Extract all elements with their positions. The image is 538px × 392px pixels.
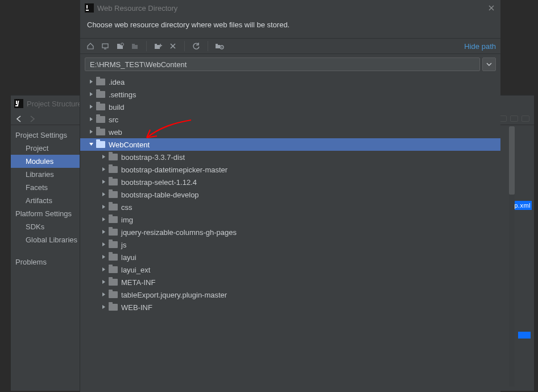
- folder-icon: [109, 266, 118, 273]
- chevron-right-icon[interactable]: [100, 242, 107, 248]
- tree-row[interactable]: .settings: [80, 88, 500, 101]
- dialog-title: Web Resource Directory: [97, 4, 487, 13]
- svg-point-18: [221, 47, 222, 48]
- intellij-icon: [14, 99, 23, 108]
- chevron-right-icon[interactable]: [100, 292, 107, 298]
- tree-row[interactable]: img: [80, 213, 500, 226]
- chevron-right-icon[interactable]: [100, 267, 107, 273]
- tree-row[interactable]: bootstrap-select-1.12.4: [80, 176, 500, 188]
- tree-row[interactable]: bootstrap-table-develop: [80, 188, 500, 201]
- tree-row[interactable]: jquery-resizable-columns-gh-pages: [80, 226, 500, 238]
- folder-icon: [109, 304, 118, 311]
- tree-row[interactable]: WEB-INF: [80, 301, 500, 313]
- new-folder-icon[interactable]: [152, 40, 164, 52]
- tree-row[interactable]: layui: [80, 251, 500, 263]
- scroll-thumb[interactable]: [509, 126, 515, 195]
- chevron-down-icon[interactable]: [87, 142, 95, 148]
- tree-row[interactable]: .idea: [80, 76, 500, 88]
- svg-rect-14: [155, 44, 157, 46]
- folder-icon: [109, 291, 118, 298]
- folder-icon: [109, 216, 118, 223]
- chevron-right-icon[interactable]: [100, 254, 107, 261]
- tree-row[interactable]: src: [80, 113, 500, 126]
- path-history-button[interactable]: [482, 57, 496, 71]
- folder-icon: [96, 129, 105, 135]
- folder-icon: [109, 241, 118, 248]
- svg-rect-5: [86, 10, 89, 11]
- folder-icon: [96, 116, 105, 123]
- svg-rect-6: [86, 5, 88, 9]
- folder-icon: [109, 279, 118, 286]
- chevron-right-icon[interactable]: [100, 179, 107, 185]
- chevron-right-icon[interactable]: [87, 129, 95, 135]
- folder-icon: [109, 179, 118, 185]
- chevron-right-icon[interactable]: [87, 79, 95, 85]
- directory-tree[interactable]: .idea.settingsbuildsrcwebWebContentboots…: [80, 75, 500, 313]
- tree-row[interactable]: layui_ext: [80, 263, 500, 276]
- tree-row[interactable]: META-INF: [80, 276, 500, 288]
- show-hidden-icon[interactable]: [214, 40, 225, 52]
- tree-label: .settings: [109, 90, 136, 99]
- tree-label: bootstrap-table-develop: [121, 191, 199, 199]
- chevron-right-icon[interactable]: [87, 117, 95, 123]
- tree-label: layui: [121, 253, 136, 262]
- tree-row[interactable]: js: [80, 238, 500, 251]
- chevron-right-icon[interactable]: [87, 104, 95, 110]
- path-row: [80, 54, 500, 75]
- home-icon[interactable]: [85, 40, 96, 52]
- tree-row[interactable]: bootstrap-3.3.7-dist: [80, 151, 500, 163]
- hide-path-link[interactable]: Hide path: [464, 42, 496, 51]
- tree-row[interactable]: bootstrap-datetimepicker-master: [80, 163, 500, 176]
- chevron-right-icon[interactable]: [100, 167, 107, 173]
- gutter-marker: [518, 332, 531, 339]
- chevron-right-icon[interactable]: [100, 229, 107, 236]
- folder-icon: [109, 254, 118, 261]
- tree-label: layui_ext: [121, 266, 150, 274]
- tree-label: src: [109, 115, 118, 124]
- desktop-icon[interactable]: [100, 40, 111, 52]
- dialog-titlebar: Web Resource Directory: [80, 0, 500, 16]
- tree-row[interactable]: web: [80, 126, 500, 138]
- tree-row[interactable]: css: [80, 201, 500, 213]
- tree-label: bootstrap-select-1.12.4: [121, 178, 197, 187]
- web-resource-directory-dialog: Web Resource Directory Choose web resour…: [80, 0, 500, 392]
- intellij-icon: [85, 3, 94, 13]
- chevron-right-icon[interactable]: [100, 204, 107, 211]
- svg-rect-7: [102, 44, 108, 48]
- folder-icon: [96, 141, 105, 148]
- project-root-icon[interactable]: [114, 40, 126, 52]
- back-button[interactable]: [15, 115, 23, 122]
- path-input[interactable]: [85, 57, 480, 71]
- tree-label: css: [121, 203, 133, 212]
- svg-rect-1: [15, 105, 18, 106]
- folder-icon: [96, 79, 105, 85]
- chevron-right-icon[interactable]: [100, 154, 107, 160]
- folder-icon: [109, 191, 118, 198]
- folder-icon: [109, 154, 118, 160]
- forward-button[interactable]: [28, 115, 36, 122]
- svg-rect-16: [216, 44, 218, 46]
- chevron-right-icon[interactable]: [100, 304, 107, 311]
- tree-row[interactable]: build: [80, 101, 500, 113]
- tree-label: build: [109, 103, 124, 112]
- refresh-icon[interactable]: [191, 40, 202, 52]
- tree-label: WEB-INF: [121, 303, 152, 312]
- tree-row[interactable]: tableExport.jquery.plugin-master: [80, 288, 500, 301]
- tree-label: web: [109, 128, 122, 137]
- chevron-right-icon[interactable]: [100, 217, 107, 223]
- dialog-toolbar: Hide path: [80, 38, 500, 54]
- chevron-right-icon[interactable]: [100, 279, 107, 286]
- dialog-description: Choose web resource directory where web …: [80, 16, 500, 38]
- tree-label: img: [121, 216, 133, 224]
- tree-label: js: [121, 241, 126, 249]
- close-icon[interactable]: [487, 3, 496, 13]
- delete-icon[interactable]: [167, 40, 179, 52]
- tree-label: META-INF: [121, 278, 155, 287]
- chevron-right-icon[interactable]: [100, 192, 107, 198]
- tree-label: jquery-resizable-columns-gh-pages: [121, 228, 237, 237]
- module-root-icon[interactable]: [129, 40, 140, 52]
- deployment-tag[interactable]: p.xml: [513, 201, 532, 210]
- chevron-right-icon[interactable]: [87, 92, 95, 98]
- tree-row[interactable]: WebContent: [80, 138, 500, 151]
- project-structure-title: Project Structure: [27, 100, 82, 108]
